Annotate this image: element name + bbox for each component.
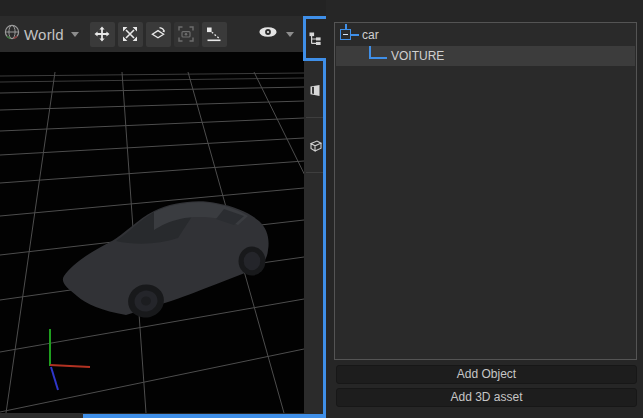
world-label: World bbox=[24, 26, 64, 43]
frame-tool-button[interactable] bbox=[174, 22, 199, 47]
chevron-down-icon bbox=[286, 32, 294, 37]
viewport-toolbar: World bbox=[0, 16, 304, 52]
tree-guide bbox=[369, 57, 387, 59]
tree-row-voiture[interactable]: VOITURE bbox=[336, 46, 635, 66]
cube-icon bbox=[309, 139, 322, 152]
scene-tree-tab[interactable] bbox=[304, 19, 326, 58]
measure-icon bbox=[206, 26, 222, 42]
dock-highlight-top bbox=[303, 16, 328, 19]
camera-frame-icon bbox=[178, 26, 194, 42]
scale-arrows-icon bbox=[122, 26, 138, 42]
rotate-plane-icon bbox=[150, 26, 166, 42]
tab-separator bbox=[306, 172, 324, 173]
globe-icon bbox=[4, 24, 20, 44]
bottom-strip bbox=[0, 413, 83, 418]
eye-icon bbox=[258, 25, 279, 43]
car-rear-wheel bbox=[239, 247, 266, 276]
chevron-down-icon bbox=[71, 32, 79, 37]
measure-tool-button[interactable] bbox=[202, 22, 227, 47]
app-window: World bbox=[0, 0, 643, 418]
car-model bbox=[63, 201, 269, 321]
move-arrows-icon bbox=[94, 26, 110, 42]
rotate-tool-button[interactable] bbox=[146, 22, 171, 47]
transform-tools bbox=[90, 22, 227, 47]
tree-node-label[interactable]: VOITURE bbox=[391, 46, 444, 66]
tree-row-car[interactable]: car bbox=[336, 24, 635, 46]
add-object-button[interactable]: Add Object bbox=[336, 365, 637, 384]
tree-guide bbox=[351, 34, 359, 36]
axis-gizmo bbox=[50, 329, 90, 390]
top-strip bbox=[0, 0, 327, 16]
scene-tree[interactable]: car VOITURE bbox=[334, 22, 637, 360]
door-icon bbox=[309, 84, 321, 97]
add-3d-asset-button[interactable]: Add 3D asset bbox=[336, 388, 637, 407]
scale-tool-button[interactable] bbox=[118, 22, 143, 47]
tree-icon bbox=[309, 32, 322, 45]
tree-node-label[interactable]: car bbox=[362, 24, 379, 46]
collapse-expander-icon[interactable] bbox=[340, 29, 351, 40]
world-dropdown[interactable]: World bbox=[4, 24, 79, 44]
move-tool-button[interactable] bbox=[90, 22, 115, 47]
viewport-canvas[interactable] bbox=[0, 52, 304, 413]
axis-z-blue bbox=[51, 367, 58, 390]
dock-highlight-left bbox=[303, 16, 306, 61]
scene-tree-panel: car VOITURE Add Object Add 3D asset bbox=[326, 0, 643, 418]
axis-x-red bbox=[50, 365, 90, 367]
visibility-dropdown[interactable] bbox=[258, 25, 294, 43]
